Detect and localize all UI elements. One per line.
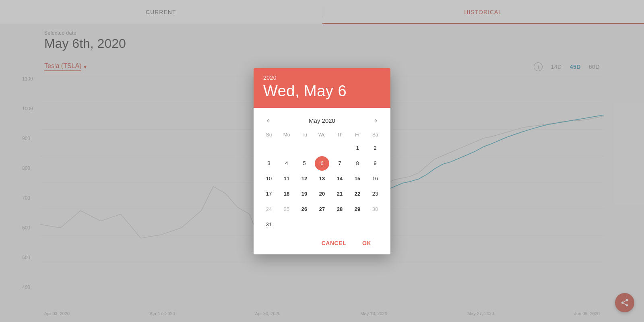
datepicker-dialog: 2020 Wed, May 6 ‹ May 2020 › Su Mo Tu We… [254, 68, 390, 254]
datepicker-actions: CANCEL OK [260, 232, 384, 254]
day-31[interactable]: 31 [262, 217, 276, 232]
day-16[interactable]: 16 [368, 171, 382, 186]
day-empty-4 [315, 141, 329, 155]
page-background: CURRENT HISTORICAL Selected date May 6th… [0, 0, 644, 322]
day-6[interactable]: 6 [315, 156, 329, 171]
day-30[interactable]: 30 [368, 202, 382, 217]
datepicker-body: ‹ May 2020 › Su Mo Tu We Th Fr Sa [254, 108, 390, 254]
day-27[interactable]: 27 [315, 202, 329, 217]
day-12[interactable]: 12 [297, 171, 312, 186]
day-5[interactable]: 5 [297, 156, 312, 171]
day-18[interactable]: 18 [279, 187, 294, 201]
day-4[interactable]: 4 [279, 156, 294, 171]
day-9[interactable]: 9 [368, 156, 382, 171]
datepicker-date-display: Wed, May 6 [263, 83, 381, 100]
datepicker-month-label: May 2020 [309, 117, 335, 124]
day-8[interactable]: 8 [350, 156, 365, 171]
day-empty-2 [279, 141, 294, 155]
weekday-th: Th [331, 130, 349, 139]
ok-button[interactable]: OK [356, 237, 378, 250]
day-empty-8 [315, 217, 329, 232]
day-20[interactable]: 20 [315, 187, 329, 201]
day-13[interactable]: 13 [315, 171, 329, 186]
day-3[interactable]: 3 [262, 156, 276, 171]
next-month-button[interactable]: › [369, 114, 382, 127]
weekday-sa: Sa [366, 130, 384, 139]
datepicker-year: 2020 [263, 74, 381, 81]
day-26[interactable]: 26 [297, 202, 312, 217]
day-empty-6 [279, 217, 294, 232]
day-25[interactable]: 25 [279, 202, 294, 217]
datepicker-days-grid: 1 2 3 4 5 6 7 8 9 10 11 12 13 14 15 [260, 141, 384, 232]
day-15[interactable]: 15 [350, 171, 365, 186]
datepicker-weekdays: Su Mo Tu We Th Fr Sa [260, 130, 384, 139]
day-empty-3 [297, 141, 312, 155]
day-10[interactable]: 10 [262, 171, 276, 186]
day-28[interactable]: 28 [332, 202, 347, 217]
day-23[interactable]: 23 [368, 187, 382, 201]
weekday-su: Su [260, 130, 278, 139]
day-24[interactable]: 24 [262, 202, 276, 217]
day-2[interactable]: 2 [368, 141, 382, 155]
day-11[interactable]: 11 [279, 171, 294, 186]
day-14[interactable]: 14 [332, 171, 347, 186]
prev-month-button[interactable]: ‹ [262, 114, 275, 127]
day-17[interactable]: 17 [262, 187, 276, 201]
weekday-tu: Tu [295, 130, 313, 139]
day-empty-1 [262, 141, 276, 155]
weekday-mo: Mo [278, 130, 295, 139]
modal-overlay: 2020 Wed, May 6 ‹ May 2020 › Su Mo Tu We… [0, 0, 644, 322]
weekday-we: We [313, 130, 331, 139]
day-21[interactable]: 21 [332, 187, 347, 201]
day-empty-5 [332, 141, 347, 155]
day-empty-11 [368, 217, 382, 232]
datepicker-header: 2020 Wed, May 6 [254, 68, 390, 108]
day-19[interactable]: 19 [297, 187, 312, 201]
day-29[interactable]: 29 [350, 202, 365, 217]
cancel-button[interactable]: CANCEL [315, 237, 353, 250]
day-7[interactable]: 7 [332, 156, 347, 171]
weekday-fr: Fr [349, 130, 366, 139]
day-empty-9 [332, 217, 347, 232]
day-1[interactable]: 1 [350, 141, 365, 155]
day-empty-7 [297, 217, 312, 232]
day-empty-10 [350, 217, 365, 232]
datepicker-nav: ‹ May 2020 › [260, 111, 384, 130]
day-22[interactable]: 22 [350, 187, 365, 201]
